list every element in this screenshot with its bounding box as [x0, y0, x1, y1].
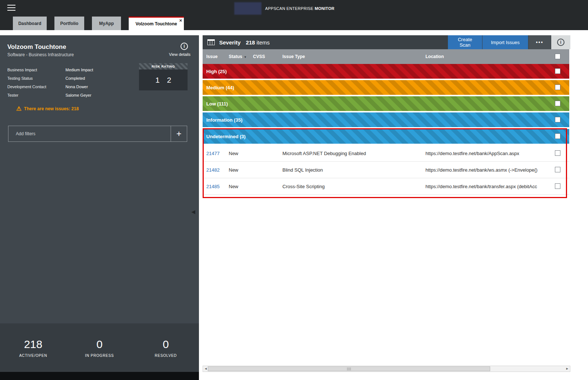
app-title: APPSCAN ENTERPRISE MONITOR — [265, 6, 335, 11]
stat-label: ACTIVE/OPEN — [19, 354, 47, 358]
issue-location: https://demo.testfire.net/bank/ws.asmx (… — [425, 162, 552, 178]
select-all-checkbox[interactable] — [555, 54, 560, 59]
issues-table-body: High (25) Medium (44) Low (111) Informat… — [203, 64, 569, 195]
severity-group-undetermined[interactable]: Undetermined (3) — [203, 129, 569, 144]
group-label: Low (111) — [206, 96, 228, 111]
issue-status: New — [229, 145, 238, 162]
field-value: Completed — [65, 76, 85, 80]
field-label: Business Impact — [7, 68, 65, 72]
column-issue[interactable]: Issue — [206, 49, 218, 64]
items-count-label: items — [256, 39, 270, 46]
column-issue-type[interactable]: Issue Type — [282, 49, 305, 64]
group-checkbox[interactable] — [555, 117, 560, 122]
stat-value: 0 — [96, 338, 103, 351]
field-value: Nona Dower — [65, 85, 88, 89]
column-location[interactable]: Location — [425, 49, 444, 64]
field-value: Salome Geyer — [65, 93, 91, 97]
issues-panel-header: Severity 218items Create Scan Import Iss… — [203, 35, 570, 49]
risk-rating-box: RISK RATING 1 2 — [139, 63, 188, 90]
view-details-link[interactable]: View details — [169, 52, 191, 57]
add-filter-button[interactable]: + — [171, 126, 187, 141]
panel-info-button[interactable]: i — [551, 35, 570, 49]
field-label: Testing Status — [7, 76, 65, 80]
info-icon[interactable]: i — [181, 43, 188, 50]
severity-group-low[interactable]: Low (111) — [203, 96, 569, 111]
severity-group-information[interactable]: Information (35) — [203, 112, 569, 127]
stat-in-progress: 0 IN PROGRESS — [66, 323, 132, 372]
blurred-logo — [234, 2, 261, 15]
tab-dashboard[interactable]: Dashboard — [13, 17, 47, 30]
field-row: Business Impact Medium Impact — [7, 65, 136, 74]
column-cvss[interactable]: CVSS — [253, 49, 265, 64]
group-label: High (25) — [206, 64, 227, 79]
stat-value: 0 — [163, 338, 169, 351]
tab-myapp[interactable]: MyApp — [92, 17, 121, 30]
risk-rating-label: RISK RATING — [139, 63, 188, 69]
group-checkbox[interactable] — [555, 68, 560, 74]
hamburger-menu-icon[interactable] — [7, 5, 15, 11]
more-options-button[interactable]: ••• — [528, 35, 551, 49]
panel-title: Severity — [219, 39, 240, 46]
field-row: Testing Status Completed — [7, 74, 136, 82]
sort-desc-icon[interactable]: ▼ — [244, 55, 247, 59]
tab-label: Volzoom Touchtone — [136, 21, 177, 26]
app-title-prefix: APPSCAN ENTERPRISE — [265, 6, 313, 11]
row-checkbox[interactable] — [555, 150, 560, 156]
items-count: 218items — [246, 39, 270, 46]
column-status[interactable]: Status — [229, 49, 242, 64]
stat-value: 218 — [24, 338, 42, 351]
group-checkbox[interactable] — [555, 133, 560, 139]
tab-portfolio[interactable]: Portfolio — [54, 17, 84, 30]
application-sidebar: Volzoom Touchtone Software - Business In… — [0, 35, 199, 380]
horizontal-scrollbar[interactable]: ◄ ► — [203, 366, 570, 372]
items-count-value: 218 — [246, 39, 255, 46]
scroll-right-arrow[interactable]: ► — [566, 367, 569, 370]
close-tab-icon[interactable]: × — [179, 18, 182, 23]
issue-id-link[interactable]: 21485 — [206, 178, 220, 195]
stats-footer: 218 ACTIVE/OPEN 0 IN PROGRESS 0 RESOLVED — [0, 323, 199, 372]
severity-group-medium[interactable]: Medium (44) — [203, 80, 569, 95]
info-glyph: i — [183, 44, 185, 49]
issue-type: Microsoft ASP.NET Debugging Enabled — [282, 145, 422, 162]
issue-id-link[interactable]: 21477 — [206, 145, 220, 162]
create-scan-button[interactable]: Create Scan — [448, 35, 482, 49]
issue-id-link[interactable]: 21482 — [206, 162, 220, 178]
application-subtitle: Software - Business Infrastructure — [7, 52, 74, 57]
warning-icon: ⚠ — [16, 106, 21, 112]
row-checkbox[interactable] — [555, 183, 560, 189]
import-issues-button[interactable]: Import Issues — [482, 35, 528, 49]
info-icon: i — [557, 39, 564, 46]
issue-type: Cross-Site Scripting — [282, 178, 422, 195]
stat-active-open: 218 ACTIVE/OPEN — [0, 323, 66, 372]
info-glyph: i — [560, 40, 561, 45]
collapse-sidebar-arrow[interactable]: ◀ — [191, 209, 195, 215]
field-row: Tester Salome Geyer — [7, 91, 136, 99]
group-label: Information (35) — [206, 112, 242, 127]
brand: APPSCAN ENTERPRISE MONITOR — [234, 2, 335, 15]
group-checkbox[interactable] — [555, 101, 560, 106]
row-checkbox[interactable] — [555, 167, 560, 172]
scrollbar-thumb[interactable] — [208, 366, 490, 371]
group-checkbox[interactable] — [555, 85, 560, 90]
issue-location: https://demo.testfire.net/bank/transfer.… — [425, 178, 552, 195]
tab-label: Dashboard — [18, 21, 42, 26]
new-issues-alert: ⚠ There are new issues: 218 — [16, 106, 79, 112]
scroll-left-arrow[interactable]: ◄ — [204, 367, 207, 370]
app-title-suffix: MONITOR — [315, 6, 335, 11]
issue-status: New — [229, 178, 238, 195]
table-column-header: Issue Status ▼ CVSS Issue Type Location — [203, 49, 569, 64]
field-value: Medium Impact — [65, 68, 93, 72]
field-label: Tester — [7, 93, 65, 97]
field-label: Development Contact — [7, 85, 65, 89]
stat-resolved: 0 RESOLVED — [133, 323, 199, 372]
tab-volzoom-touchtone[interactable]: Volzoom Touchtone × — [129, 17, 184, 30]
scrollbar-grip — [347, 368, 351, 370]
stat-label: RESOLVED — [155, 354, 177, 358]
severity-group-high[interactable]: High (25) — [203, 64, 569, 79]
issue-row[interactable]: 21482 New Blind SQL Injection https://de… — [203, 162, 569, 178]
issue-row[interactable]: 21477 New Microsoft ASP.NET Debugging En… — [203, 145, 569, 162]
issue-row[interactable]: 21485 New Cross-Site Scripting https://d… — [203, 178, 569, 195]
add-filters-input[interactable]: Add filters + — [8, 126, 187, 142]
add-filters-placeholder: Add filters — [8, 126, 171, 141]
issue-type: Blind SQL Injection — [282, 162, 422, 178]
